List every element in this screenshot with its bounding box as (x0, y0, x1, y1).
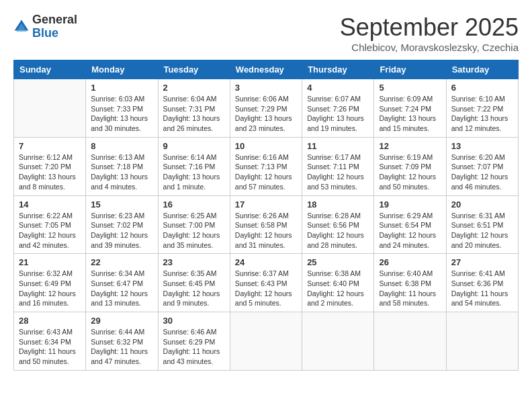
weekday-header-sunday: Sunday (14, 60, 86, 79)
weekday-header-saturday: Saturday (446, 60, 518, 79)
day-number: 16 (163, 199, 225, 210)
calendar-cell: 13Sunrise: 6:20 AM Sunset: 7:07 PM Dayli… (446, 137, 518, 195)
calendar-cell: 4Sunrise: 6:07 AM Sunset: 7:26 PM Daylig… (302, 79, 374, 138)
logo-blue: Blue (32, 27, 77, 40)
day-number: 2 (163, 83, 225, 93)
day-info: Sunrise: 6:04 AM Sunset: 7:31 PM Dayligh… (163, 94, 225, 134)
weekday-header-row: SundayMondayTuesdayWednesdayThursdayFrid… (14, 60, 519, 79)
day-number: 24 (235, 257, 297, 267)
day-info: Sunrise: 6:13 AM Sunset: 7:18 PM Dayligh… (91, 152, 152, 192)
calendar-cell: 7Sunrise: 6:12 AM Sunset: 7:20 PM Daylig… (14, 137, 86, 195)
calendar-cell: 26Sunrise: 6:40 AM Sunset: 6:38 PM Dayli… (374, 254, 446, 312)
day-info: Sunrise: 6:17 AM Sunset: 7:11 PM Dayligh… (307, 152, 369, 192)
calendar-cell: 6Sunrise: 6:10 AM Sunset: 7:22 PM Daylig… (446, 79, 518, 138)
calendar-cell: 12Sunrise: 6:19 AM Sunset: 7:09 PM Dayli… (374, 137, 446, 195)
calendar-cell (14, 79, 86, 138)
calendar-cell: 14Sunrise: 6:22 AM Sunset: 7:05 PM Dayli… (14, 195, 86, 254)
day-info: Sunrise: 6:44 AM Sunset: 6:32 PM Dayligh… (91, 327, 152, 367)
calendar-cell: 23Sunrise: 6:35 AM Sunset: 6:45 PM Dayli… (158, 254, 230, 312)
day-info: Sunrise: 6:10 AM Sunset: 7:22 PM Dayligh… (451, 94, 513, 134)
day-number: 9 (163, 141, 225, 151)
day-number: 13 (451, 141, 513, 151)
calendar-cell: 11Sunrise: 6:17 AM Sunset: 7:11 PM Dayli… (302, 137, 374, 195)
calendar-table: SundayMondayTuesdayWednesdayThursdayFrid… (13, 60, 519, 371)
calendar-cell: 1Sunrise: 6:03 AM Sunset: 7:33 PM Daylig… (86, 79, 158, 138)
calendar-week-2: 7Sunrise: 6:12 AM Sunset: 7:20 PM Daylig… (14, 137, 519, 195)
day-info: Sunrise: 6:32 AM Sunset: 6:49 PM Dayligh… (19, 269, 81, 308)
day-info: Sunrise: 6:46 AM Sunset: 6:29 PM Dayligh… (163, 327, 225, 367)
day-number: 4 (307, 83, 369, 93)
day-number: 12 (379, 141, 441, 151)
calendar-cell: 9Sunrise: 6:14 AM Sunset: 7:16 PM Daylig… (158, 137, 230, 195)
day-number: 25 (307, 257, 369, 267)
day-number: 26 (379, 257, 441, 267)
day-info: Sunrise: 6:43 AM Sunset: 6:34 PM Dayligh… (19, 327, 81, 367)
day-info: Sunrise: 6:41 AM Sunset: 6:36 PM Dayligh… (451, 269, 513, 308)
day-info: Sunrise: 6:25 AM Sunset: 7:00 PM Dayligh… (163, 211, 225, 250)
day-number: 1 (91, 83, 152, 93)
calendar-week-4: 21Sunrise: 6:32 AM Sunset: 6:49 PM Dayli… (14, 254, 519, 312)
calendar-cell: 3Sunrise: 6:06 AM Sunset: 7:29 PM Daylig… (230, 79, 302, 138)
day-info: Sunrise: 6:31 AM Sunset: 6:51 PM Dayligh… (451, 211, 513, 250)
day-number: 20 (451, 199, 513, 210)
day-info: Sunrise: 6:09 AM Sunset: 7:24 PM Dayligh… (379, 94, 441, 134)
calendar-cell: 21Sunrise: 6:32 AM Sunset: 6:49 PM Dayli… (14, 254, 86, 312)
day-info: Sunrise: 6:28 AM Sunset: 6:56 PM Dayligh… (307, 211, 369, 250)
day-number: 3 (235, 83, 297, 93)
day-info: Sunrise: 6:06 AM Sunset: 7:29 PM Dayligh… (235, 94, 297, 134)
day-number: 15 (91, 199, 152, 210)
weekday-header-tuesday: Tuesday (158, 60, 230, 79)
day-info: Sunrise: 6:22 AM Sunset: 7:05 PM Dayligh… (19, 211, 81, 250)
weekday-header-wednesday: Wednesday (230, 60, 302, 79)
day-info: Sunrise: 6:12 AM Sunset: 7:20 PM Dayligh… (19, 152, 81, 192)
calendar-cell: 20Sunrise: 6:31 AM Sunset: 6:51 PM Dayli… (446, 195, 518, 254)
day-number: 10 (235, 141, 297, 151)
calendar-week-5: 28Sunrise: 6:43 AM Sunset: 6:34 PM Dayli… (14, 312, 519, 371)
logo-icon (13, 19, 30, 35)
title-block: September 2025 Chlebicov, Moravskoslezsk… (340, 13, 519, 53)
calendar-cell: 15Sunrise: 6:23 AM Sunset: 7:02 PM Dayli… (86, 195, 158, 254)
day-info: Sunrise: 6:26 AM Sunset: 6:58 PM Dayligh… (235, 211, 297, 250)
calendar-cell: 16Sunrise: 6:25 AM Sunset: 7:00 PM Dayli… (158, 195, 230, 254)
day-info: Sunrise: 6:29 AM Sunset: 6:54 PM Dayligh… (379, 211, 441, 250)
day-number: 6 (451, 83, 513, 93)
day-info: Sunrise: 6:23 AM Sunset: 7:02 PM Dayligh… (91, 211, 152, 250)
day-number: 5 (379, 83, 441, 93)
day-number: 19 (379, 199, 441, 210)
calendar-cell: 8Sunrise: 6:13 AM Sunset: 7:18 PM Daylig… (86, 137, 158, 195)
day-number: 27 (451, 257, 513, 267)
calendar-cell: 27Sunrise: 6:41 AM Sunset: 6:36 PM Dayli… (446, 254, 518, 312)
day-number: 22 (91, 257, 152, 267)
logo: General Blue (13, 13, 77, 40)
logo-general: General (32, 13, 77, 27)
day-number: 8 (91, 141, 152, 151)
calendar-cell (302, 312, 374, 371)
day-info: Sunrise: 6:16 AM Sunset: 7:13 PM Dayligh… (235, 152, 297, 192)
calendar-cell: 10Sunrise: 6:16 AM Sunset: 7:13 PM Dayli… (230, 137, 302, 195)
day-info: Sunrise: 6:14 AM Sunset: 7:16 PM Dayligh… (163, 152, 225, 192)
day-info: Sunrise: 6:03 AM Sunset: 7:33 PM Dayligh… (91, 94, 152, 134)
calendar-cell: 30Sunrise: 6:46 AM Sunset: 6:29 PM Dayli… (158, 312, 230, 371)
calendar-cell: 5Sunrise: 6:09 AM Sunset: 7:24 PM Daylig… (374, 79, 446, 138)
day-number: 23 (163, 257, 225, 267)
calendar-week-3: 14Sunrise: 6:22 AM Sunset: 7:05 PM Dayli… (14, 195, 519, 254)
day-number: 17 (235, 199, 297, 210)
day-number: 11 (307, 141, 369, 151)
calendar-cell: 24Sunrise: 6:37 AM Sunset: 6:43 PM Dayli… (230, 254, 302, 312)
calendar-cell (374, 312, 446, 371)
day-number: 14 (19, 199, 81, 210)
calendar-cell: 2Sunrise: 6:04 AM Sunset: 7:31 PM Daylig… (158, 79, 230, 138)
calendar-cell: 22Sunrise: 6:34 AM Sunset: 6:47 PM Dayli… (86, 254, 158, 312)
calendar-cell: 19Sunrise: 6:29 AM Sunset: 6:54 PM Dayli… (374, 195, 446, 254)
day-info: Sunrise: 6:35 AM Sunset: 6:45 PM Dayligh… (163, 269, 225, 308)
calendar-cell: 25Sunrise: 6:38 AM Sunset: 6:40 PM Dayli… (302, 254, 374, 312)
day-info: Sunrise: 6:37 AM Sunset: 6:43 PM Dayligh… (235, 269, 297, 308)
day-info: Sunrise: 6:07 AM Sunset: 7:26 PM Dayligh… (307, 94, 369, 134)
calendar-cell: 18Sunrise: 6:28 AM Sunset: 6:56 PM Dayli… (302, 195, 374, 254)
day-info: Sunrise: 6:38 AM Sunset: 6:40 PM Dayligh… (307, 269, 369, 308)
day-number: 29 (91, 316, 152, 326)
weekday-header-monday: Monday (86, 60, 158, 79)
calendar-cell: 29Sunrise: 6:44 AM Sunset: 6:32 PM Dayli… (86, 312, 158, 371)
calendar-cell (446, 312, 518, 371)
calendar-week-1: 1Sunrise: 6:03 AM Sunset: 7:33 PM Daylig… (14, 79, 519, 138)
